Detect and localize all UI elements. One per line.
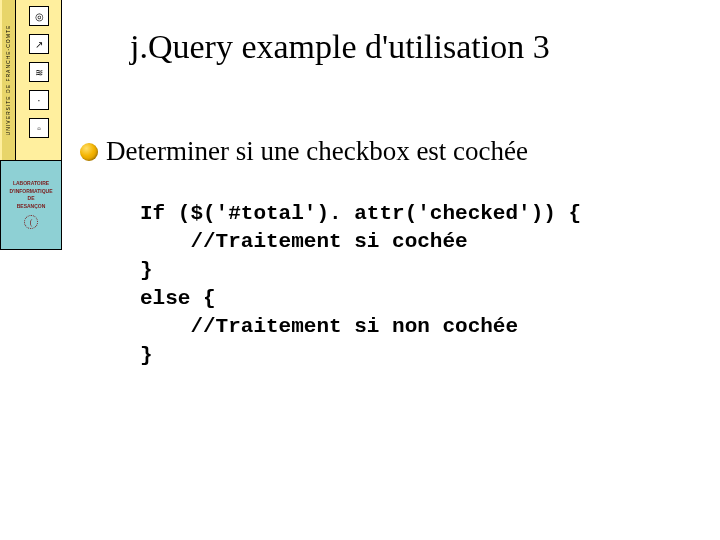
sidebar-top-panel: UNIVERSITE DE FRANCHE-COMTE ◎ ↗ ≋ · ▫ [0,0,62,160]
wave-icon: ≋ [29,62,49,82]
lab-line-3: DE [28,196,35,202]
sidebar-icon-stack: ◎ ↗ ≋ · ▫ [22,6,56,138]
bullet-icon [80,143,98,161]
bullet-text: Determiner si une checkbox est cochée [106,136,528,167]
slide-page: UNIVERSITE DE FRANCHE-COMTE ◎ ↗ ≋ · ▫ LA… [0,0,720,540]
arrow-icon: ↗ [29,34,49,54]
sidebar-lab-panel: LABORATOIRE D'INFORMATIQUE DE BESANÇON ( [0,160,62,250]
sidebar: UNIVERSITE DE FRANCHE-COMTE ◎ ↗ ≋ · ▫ LA… [0,0,62,540]
box-icon: ▫ [29,118,49,138]
lab-line-1: LABORATOIRE [13,181,49,187]
code-block: If ($('#total'). attr('checked')) { //Tr… [140,200,581,370]
target-icon: ◎ [29,6,49,26]
bullet-item: Determiner si une checkbox est cochée [80,136,528,167]
lab-line-4: BESANÇON [17,204,46,210]
university-label: UNIVERSITE DE FRANCHE-COMTE [6,25,12,136]
university-label-strip: UNIVERSITE DE FRANCHE-COMTE [2,0,16,160]
lab-logo-icon: ( [24,215,38,229]
lab-line-2: D'INFORMATIQUE [9,189,52,195]
slide-title: j.Query example d'utilisation 3 [130,28,550,66]
dot-icon: · [29,90,49,110]
